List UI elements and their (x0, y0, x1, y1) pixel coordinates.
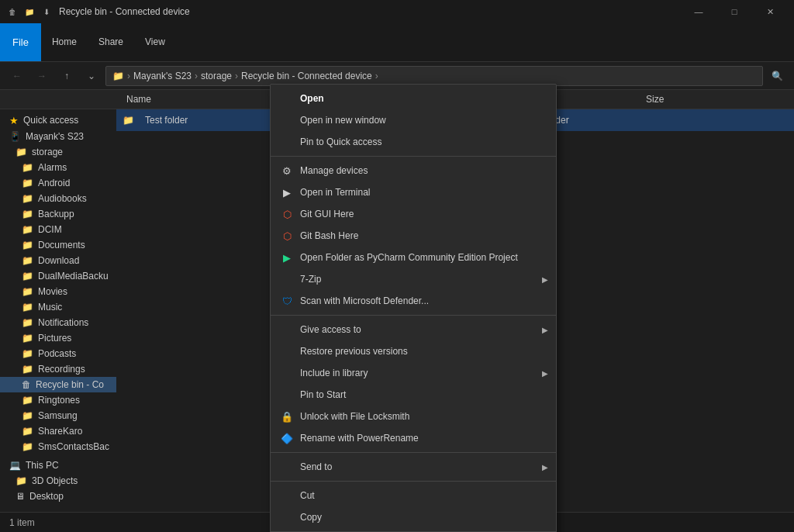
sidebar-item-3d-objects[interactable]: 📁 3D Objects (0, 473, 116, 489)
ctx-7zip[interactable]: 7-Zip (271, 268, 556, 290)
ctx-defender[interactable]: 🛡 Scan with Microsoft Defender... (271, 290, 556, 312)
ctx-sep-1 (271, 156, 556, 157)
ctx-pycharm[interactable]: ▶ Open Folder as PyCharm Community Editi… (271, 247, 556, 268)
close-button[interactable]: ✕ (752, 0, 788, 23)
ctx-open-new-window[interactable]: Open in new window (271, 109, 556, 131)
sidebar-label-movies: Movies (38, 286, 67, 297)
sidebar-item-download[interactable]: 📁 Download (0, 253, 116, 268)
ribbon: File Home Share View (0, 23, 794, 62)
file-name: Test folder (139, 115, 194, 126)
ctx-manage-label: Manage devices (300, 165, 368, 176)
breadcrumb-part-1[interactable]: 📁 (112, 71, 124, 81)
sidebar-item-alarms[interactable]: 📁 Alarms (0, 160, 116, 175)
defender-icon: 🛡 (280, 294, 294, 308)
maximize-button[interactable]: □ (716, 0, 752, 23)
ctx-sep-4 (271, 481, 556, 482)
folder-icon-pictures: 📁 (22, 333, 33, 344)
sidebar-this-pc[interactable]: 💻 This PC (0, 458, 116, 473)
folder-icon-samsung: 📁 (22, 410, 33, 421)
ctx-copy[interactable]: Copy (271, 506, 556, 528)
sidebar-label-alarms: Alarms (38, 162, 67, 173)
terminal-icon: ▶ (280, 185, 294, 199)
sidebar-item-storage[interactable]: 📁 storage (0, 144, 116, 160)
ribbon-file-tab[interactable]: File (0, 23, 41, 61)
sidebar-quick-access[interactable]: ★ Quick access (0, 112, 116, 129)
sidebar-item-recordings[interactable]: 📁 Recordings (0, 361, 116, 377)
sidebar-label-music: Music (38, 302, 62, 313)
ctx-open-terminal[interactable]: ▶ Open in Terminal (271, 181, 556, 203)
title-bar: 🗑 📁 ⬇ Recycle bin - Connected device — □… (0, 0, 794, 23)
sidebar-item-notifications[interactable]: 📁 Notifications (0, 315, 116, 330)
ctx-cut[interactable]: Cut (271, 485, 556, 506)
tab-home[interactable]: Home (41, 23, 88, 61)
sidebar-item-movies[interactable]: 📁 Movies (0, 284, 116, 299)
ctx-powerrename[interactable]: 🔷 Rename with PowerRename (271, 427, 556, 449)
sidebar-label-podcasts: Podcasts (38, 348, 76, 359)
sidebar-item-mayanks23[interactable]: 📱 Mayank's S23 (0, 129, 116, 144)
up-button[interactable]: ↑ (56, 65, 78, 87)
sidebar-item-desktop[interactable]: 🖥 Desktop (0, 489, 116, 504)
ctx-git-bash-label: Git Bash Here (300, 230, 358, 241)
sidebar-item-music[interactable]: 📁 Music (0, 299, 116, 315)
folder-icon-download: 📁 (22, 255, 33, 266)
sidebar-item-backupp[interactable]: 📁 Backupp (0, 206, 116, 222)
col-header-size[interactable]: Size (640, 90, 702, 109)
folder-icon-audiobooks: 📁 (22, 193, 33, 204)
sidebar-item-ringtones[interactable]: 📁 Ringtones (0, 392, 116, 408)
ctx-git-gui[interactable]: ⬡ Git GUI Here (271, 203, 556, 225)
app-icon-1: 🗑 (6, 5, 19, 18)
sidebar-item-documents[interactable]: 📁 Documents (0, 237, 116, 253)
sidebar-label-mayanks23: Mayank's S23 (26, 131, 84, 142)
sidebar-label-pictures: Pictures (38, 333, 71, 344)
ctx-manage-devices[interactable]: ⚙ Manage devices (271, 160, 556, 181)
sidebar-item-audiobooks[interactable]: 📁 Audiobooks (0, 191, 116, 206)
sidebar-label-samsung: Samsung (38, 410, 78, 421)
minimize-button[interactable]: — (681, 0, 716, 23)
sendto-icon (280, 460, 294, 474)
sidebar-label-backupp: Backupp (38, 209, 74, 219)
sidebar-item-android[interactable]: 📁 Android (0, 175, 116, 191)
sidebar-item-samsung[interactable]: 📁 Samsung (0, 408, 116, 423)
back-button[interactable]: ← (6, 65, 28, 87)
ctx-pin-start-label: Pin to Start (300, 389, 346, 400)
sidebar-label-dcim: DCIM (38, 224, 62, 235)
sidebar-label-recordings: Recordings (38, 364, 85, 375)
ctx-git-gui-label: Git GUI Here (300, 209, 354, 219)
sidebar-item-dualmedia[interactable]: 📁 DualMediaBacku (0, 268, 116, 284)
ctx-include-library[interactable]: Include in library (271, 362, 556, 384)
sidebar-item-podcasts[interactable]: 📁 Podcasts (0, 346, 116, 361)
breadcrumb-storage[interactable]: storage (201, 71, 232, 81)
ribbon-tabs: Home Share View (41, 23, 176, 61)
ctx-restore-versions[interactable]: Restore previous versions (271, 340, 556, 362)
folder-icon-dcim: 📁 (22, 224, 33, 235)
recent-button[interactable]: ⌄ (81, 65, 102, 87)
breadcrumb-recycle[interactable]: Recycle bin - Connected device (241, 71, 372, 81)
folder-icon-dualmedia: 📁 (22, 271, 33, 282)
breadcrumb-sep-3: › (235, 71, 238, 81)
tab-view[interactable]: View (134, 23, 176, 61)
folder-icon-notifications: 📁 (22, 317, 33, 328)
star-icon: ★ (9, 115, 19, 126)
ctx-git-bash[interactable]: ⬡ Git Bash Here (271, 225, 556, 247)
breadcrumb-mayanks23[interactable]: Mayank's S23 (133, 71, 192, 81)
search-button[interactable]: 🔍 (766, 65, 788, 87)
sidebar-item-pictures[interactable]: 📁 Pictures (0, 330, 116, 346)
desktop-icon: 🖥 (16, 491, 25, 502)
breadcrumb[interactable]: 📁 › Mayank's S23 › storage › Recycle bin… (105, 66, 763, 86)
sidebar-item-smscontacts[interactable]: 📁 SmsContactsBac (0, 439, 116, 454)
folder-icon-documents: 📁 (22, 240, 33, 250)
folder-icon-podcasts: 📁 (22, 348, 33, 359)
ctx-pin-quick-access[interactable]: Pin to Quick access (271, 131, 556, 153)
sidebar-item-sharekaro[interactable]: 📁 ShareKaro (0, 423, 116, 439)
forward-button[interactable]: → (31, 65, 53, 87)
ctx-give-access[interactable]: Give access to (271, 319, 556, 340)
zip-icon (280, 272, 294, 286)
ctx-powerrename-label: Rename with PowerRename (300, 433, 419, 444)
ctx-open[interactable]: Open (271, 88, 556, 109)
ctx-send-to[interactable]: Send to (271, 456, 556, 478)
tab-share[interactable]: Share (88, 23, 134, 61)
sidebar-item-recycle[interactable]: 🗑 Recycle bin - Co (0, 377, 116, 392)
ctx-pin-start[interactable]: Pin to Start (271, 384, 556, 406)
ctx-unlock-locksmith[interactable]: 🔒 Unlock with File Locksmith (271, 406, 556, 427)
sidebar-item-dcim[interactable]: 📁 DCIM (0, 222, 116, 237)
